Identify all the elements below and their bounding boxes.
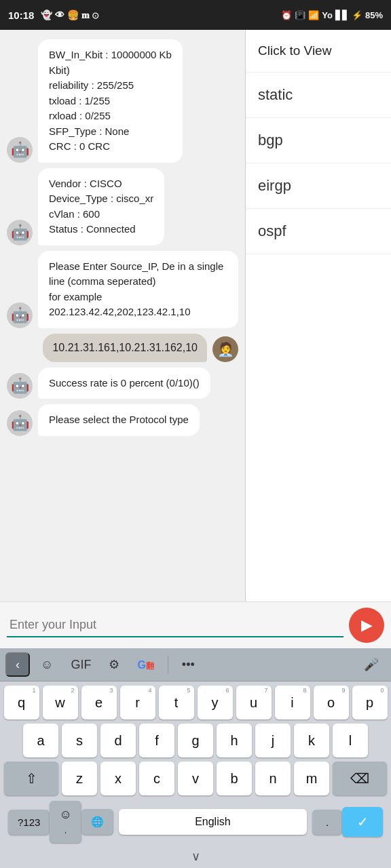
keyboard-toolbar: ‹ ☺ GIF ⚙ G翻 ••• 🎤 <box>0 648 391 682</box>
message-row: 🤖 Success rate is 0 percent (0/10)() <box>7 368 238 399</box>
right-options-panel: Click to View static bgp eirgp ospf <box>245 30 391 601</box>
keyboard-translate-button[interactable]: G翻 <box>130 654 160 676</box>
keyboard-back-button[interactable]: ‹ <box>5 652 30 677</box>
key-m[interactable]: m <box>294 762 329 795</box>
option-bgp[interactable]: bgp <box>246 118 391 163</box>
key-h[interactable]: h <box>217 724 252 757</box>
key-z[interactable]: z <box>62 762 97 795</box>
signal-bars: ▋▋ <box>335 10 349 20</box>
key-globe[interactable]: 🌐 <box>81 809 113 835</box>
time: 10:18 <box>8 9 34 21</box>
key-s[interactable]: s <box>62 724 97 757</box>
option-label: static <box>258 86 293 103</box>
key-n[interactable]: n <box>255 762 291 795</box>
message-bubble: Success rate is 0 percent (0/10)() <box>38 368 210 399</box>
keyboard-settings-button[interactable]: ⚙ <box>102 653 126 676</box>
battery-icon: ⚡ <box>352 10 362 20</box>
keyboard-more-button[interactable]: ••• <box>175 654 202 676</box>
key-k[interactable]: k <box>294 724 329 757</box>
keyboard-chevron-bar: ∨ <box>0 847 391 868</box>
signal-icon: Yo <box>322 10 333 20</box>
send-icon: ▶ <box>361 616 373 634</box>
message-row: 🤖 Vendor : CISCO Device_Type : cisco_xr … <box>7 168 238 245</box>
key-emoji-small[interactable]: ☺, <box>50 801 81 843</box>
back-icon: ‹ <box>16 658 20 672</box>
option-eirgp[interactable]: eirgp <box>246 163 391 209</box>
key-d[interactable]: d <box>100 724 136 757</box>
toolbar-separator <box>168 655 168 674</box>
more-icon: ••• <box>182 658 195 671</box>
key-g[interactable]: g <box>178 724 213 757</box>
emoji-small-icon: ☺ <box>59 808 71 821</box>
vibrate-icon: 📳 <box>295 10 305 20</box>
key-dot[interactable]: . <box>312 810 342 835</box>
gif-label: GIF <box>71 658 91 671</box>
translate-icon: G <box>137 659 145 671</box>
key-row-3: ⇧ z x c v b n m ⌫ <box>3 762 388 795</box>
bot-avatar: 🤖 <box>7 373 33 399</box>
key-e[interactable]: 3e <box>81 686 117 719</box>
globe-icon: 🌐 <box>91 816 104 827</box>
send-button[interactable]: ▶ <box>349 608 384 643</box>
key-l[interactable]: l <box>333 724 368 757</box>
key-q[interactable]: 1q <box>4 686 39 719</box>
key-i[interactable]: 8i <box>275 686 310 719</box>
keyboard-mic-button[interactable]: 🎤 <box>357 653 386 676</box>
message-row: 🤖 BW_In_Kbit : 10000000 Kb Kbit) reliabi… <box>7 39 238 163</box>
keyboard-gif-button[interactable]: GIF <box>64 654 98 676</box>
key-u[interactable]: 7u <box>236 686 272 719</box>
mic-icon: 🎤 <box>364 658 379 671</box>
key-backspace[interactable]: ⌫ <box>333 762 387 795</box>
status-time-area: 10:18 👻 👁 🍔 𝐦 ⊙ <box>8 9 98 21</box>
key-x[interactable]: x <box>100 762 136 795</box>
keyboard-rows: 1q 2w 3e 4r 5t 6y 7u 8i 9o 0p a s d f g … <box>0 682 391 798</box>
key-row-1: 1q 2w 3e 4r 5t 6y 7u 8i 9o 0p <box>3 686 388 719</box>
bot-avatar: 🤖 <box>7 220 33 245</box>
keyboard-bottom-row: ?123 ☺, 🌐 English . ✓ <box>0 798 391 847</box>
special-label: ?123 <box>18 816 40 828</box>
message-input[interactable] <box>7 614 343 637</box>
status-icons: 👻 👁 🍔 𝐦 ⊙ <box>41 9 98 21</box>
key-special[interactable]: ?123 <box>8 810 50 835</box>
message-bubble: Vendor : CISCO Device_Type : cisco_xr cV… <box>38 168 164 245</box>
input-area: ▶ <box>0 601 391 648</box>
key-space[interactable]: English <box>119 809 307 835</box>
message-bubble: Please Enter Source_IP, De in a single l… <box>38 251 238 328</box>
key-o[interactable]: 9o <box>314 686 349 719</box>
message-text: BW_In_Kbit : 10000000 Kb Kbit) reliabili… <box>49 49 172 152</box>
chevron-down-icon[interactable]: ∨ <box>191 849 200 864</box>
message-bubble: Please select the Protocol type <box>38 404 200 436</box>
key-b[interactable]: b <box>217 762 252 795</box>
key-j[interactable]: j <box>255 724 291 757</box>
bot-avatar: 🤖 <box>7 410 33 436</box>
emoji-icon: ☺ <box>41 658 53 671</box>
message-text: Vendor : CISCO Device_Type : cisco_xr cV… <box>49 178 153 235</box>
key-a[interactable]: a <box>23 724 58 757</box>
key-w[interactable]: 2w <box>43 686 78 719</box>
option-static[interactable]: static <box>246 73 391 118</box>
key-row-2: a s d f g h j k l <box>3 724 388 757</box>
key-y[interactable]: 6y <box>198 686 233 719</box>
space-label: English <box>195 816 230 827</box>
message-text: Please Enter Source_IP, De in a single l… <box>49 260 223 318</box>
keyboard-emoji-button[interactable]: ☺ <box>34 654 60 676</box>
option-click-to-view[interactable]: Click to View <box>246 30 391 73</box>
key-c[interactable]: c <box>139 762 174 795</box>
key-v[interactable]: v <box>178 762 213 795</box>
option-ospf[interactable]: ospf <box>246 209 391 254</box>
message-bubble: BW_In_Kbit : 10000000 Kb Kbit) reliabili… <box>38 39 183 163</box>
keyboard: ‹ ☺ GIF ⚙ G翻 ••• 🎤 1q 2w 3e 4r 5t 6y <box>0 648 391 868</box>
key-p[interactable]: 0p <box>352 686 388 719</box>
key-f[interactable]: f <box>139 724 174 757</box>
bot-avatar: 🤖 <box>7 137 33 163</box>
user-avatar: 🧑‍💼 <box>212 336 238 362</box>
comma-label: , <box>64 827 67 834</box>
key-r[interactable]: 4r <box>120 686 155 719</box>
key-t[interactable]: 5t <box>159 686 194 719</box>
key-action[interactable]: ✓ <box>342 807 383 837</box>
bot-avatar: 🤖 <box>7 302 33 328</box>
message-text: 10.21.31.161,10.21.31.162,10 <box>52 342 198 353</box>
option-label: eirgp <box>258 177 291 194</box>
key-shift[interactable]: ⇧ <box>4 762 58 795</box>
battery-level: 85% <box>365 10 383 20</box>
